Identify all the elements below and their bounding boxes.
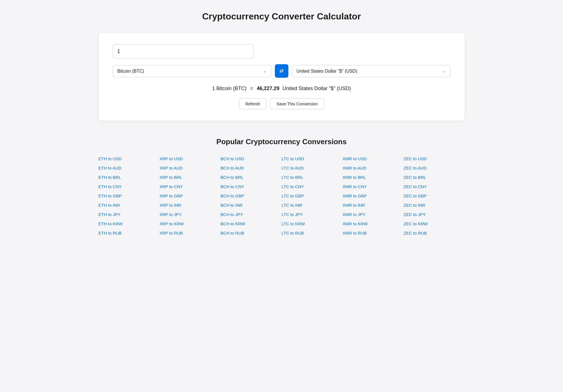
result-label: 1 Bitcoin (BTC) — [212, 86, 246, 91]
conversion-link[interactable]: XRP to RUB — [159, 230, 221, 237]
conversion-link[interactable]: XMR to GBP — [342, 192, 404, 199]
selectors-row: Bitcoin (BTC) ⌄ ⇄ United States Dollar "… — [113, 64, 451, 78]
conversion-col-3: LTC to USDLTC to AUDLTC to BRLLTC to CNY… — [282, 155, 343, 237]
converter-card: Bitcoin (BTC) ⌄ ⇄ United States Dollar "… — [99, 33, 465, 121]
result-row: 1 Bitcoin (BTC) = 46,227.29 United State… — [113, 86, 451, 92]
conversion-link[interactable]: XRP to JPY — [159, 211, 221, 218]
conversion-link[interactable]: XMR to JPY — [342, 211, 404, 218]
conversion-link[interactable]: ZEC to INR — [404, 202, 465, 209]
conversion-col-5: ZEC to USDZEC to AUDZEC to BRLZEC to CNY… — [404, 155, 465, 237]
conversion-link[interactable]: ZEC to JPY — [404, 211, 465, 218]
actions-row: Refresh Save This Conversion — [113, 98, 451, 109]
conversion-link[interactable]: LTC to USD — [282, 155, 343, 162]
popular-section: Popular Cryptocurrency Conversions ETH t… — [99, 137, 465, 237]
conversion-link[interactable]: LTC to CNY — [282, 183, 343, 190]
conversion-link[interactable]: ZEC to BRL — [404, 174, 465, 181]
conversion-link[interactable]: XMR to CNY — [342, 183, 404, 190]
conversion-link[interactable]: LTC to RUB — [282, 230, 343, 237]
conversion-link[interactable]: ETH to BRL — [99, 174, 160, 181]
conversion-link[interactable]: XMR to USD — [342, 155, 404, 162]
conversion-link[interactable]: ZEC to CNY — [404, 183, 465, 190]
conversion-col-1: XRP to USDXRP to AUDXRP to BRLXRP to CNY… — [159, 155, 221, 237]
conversion-link[interactable]: XRP to USD — [159, 155, 221, 162]
conversion-link[interactable]: ETH to CNY — [99, 183, 160, 190]
conversion-link[interactable]: ETH to RUB — [99, 230, 160, 237]
conversion-link[interactable]: XRP to KRW — [159, 220, 221, 227]
conversion-link[interactable]: ETH to INR — [99, 202, 160, 209]
conversion-link[interactable]: BCH to RUB — [221, 230, 282, 237]
conversion-link[interactable]: ETH to USD — [99, 155, 160, 162]
chevron-down-icon: ⌄ — [263, 69, 267, 73]
conversion-link[interactable]: ETH to KRW — [99, 220, 160, 227]
conversion-link[interactable]: XMR to RUB — [342, 230, 404, 237]
conversion-link[interactable]: LTC to KRW — [282, 220, 343, 227]
result-currency: United States Dollar "$" (USD) — [282, 86, 351, 91]
conversion-link[interactable]: XRP to CNY — [159, 183, 221, 190]
conversion-link[interactable]: BCH to GBP — [221, 192, 282, 199]
conversion-link[interactable]: ETH to JPY — [99, 211, 160, 218]
conversion-link[interactable]: XRP to GBP — [159, 192, 221, 199]
to-currency-select[interactable]: United States Dollar "$" (USD) — [297, 69, 440, 74]
conversion-link[interactable]: BCH to USD — [221, 155, 282, 162]
swap-icon: ⇄ — [279, 68, 284, 74]
conversion-link[interactable]: LTC to GBP — [282, 192, 343, 199]
conversion-link[interactable]: BCH to JPY — [221, 211, 282, 218]
conversion-link[interactable]: LTC to BRL — [282, 174, 343, 181]
conversion-link[interactable]: ZEC to GBP — [404, 192, 465, 199]
conversion-link[interactable]: XMR to KRW — [342, 220, 404, 227]
conversion-link[interactable]: XMR to AUD — [342, 164, 404, 172]
conversion-link[interactable]: BCH to BRL — [221, 174, 282, 181]
conversion-link[interactable]: ETH to AUD — [99, 164, 160, 172]
conversion-link[interactable]: ZEC to AUD — [404, 164, 465, 172]
from-currency-wrapper: Bitcoin (BTC) ⌄ — [113, 65, 272, 77]
conversion-link[interactable]: BCH to AUD — [221, 164, 282, 172]
conversion-link[interactable]: XMR to INR — [342, 202, 404, 209]
save-conversion-button[interactable]: Save This Conversion — [270, 98, 324, 109]
conversion-link[interactable]: LTC to INR — [282, 202, 343, 209]
conversion-link[interactable]: XRP to INR — [159, 202, 221, 209]
amount-input[interactable] — [113, 44, 253, 59]
conversion-col-0: ETH to USDETH to AUDETH to BRLETH to CNY… — [99, 155, 160, 237]
conversion-link[interactable]: XRP to BRL — [159, 174, 221, 181]
from-currency-select[interactable]: Bitcoin (BTC) — [117, 69, 261, 74]
conversions-grid: ETH to USDETH to AUDETH to BRLETH to CNY… — [99, 155, 465, 237]
conversion-link[interactable]: ZEC to RUB — [404, 230, 465, 237]
to-currency-wrapper: United States Dollar "$" (USD) ⌄ — [292, 65, 451, 77]
conversion-link[interactable]: BCH to KRW — [221, 220, 282, 227]
conversion-link[interactable]: ZEC to KRW — [404, 220, 465, 227]
conversion-link[interactable]: BCH to INR — [221, 202, 282, 209]
result-equals: = — [250, 86, 253, 91]
conversion-col-4: XMR to USDXMR to AUDXMR to BRLXMR to CNY… — [342, 155, 404, 237]
chevron-down-icon-to: ⌄ — [442, 69, 446, 73]
conversion-link[interactable]: ETH to GBP — [99, 192, 160, 199]
popular-title: Popular Cryptocurrency Conversions — [99, 137, 465, 146]
result-amount: 46,227.29 — [257, 86, 279, 91]
swap-button[interactable]: ⇄ — [275, 64, 288, 78]
conversion-link[interactable]: BCH to CNY — [221, 183, 282, 190]
conversion-link[interactable]: XRP to AUD — [159, 164, 221, 172]
conversion-col-2: BCH to USDBCH to AUDBCH to BRLBCH to CNY… — [221, 155, 282, 237]
conversion-link[interactable]: LTC to AUD — [282, 164, 343, 172]
refresh-button[interactable]: Refresh — [239, 98, 267, 109]
conversion-link[interactable]: ZEC to USD — [404, 155, 465, 162]
conversion-link[interactable]: XMR to BRL — [342, 174, 404, 181]
page-title: Cryptocurrency Converter Calculator — [99, 11, 465, 22]
conversion-link[interactable]: LTC to JPY — [282, 211, 343, 218]
